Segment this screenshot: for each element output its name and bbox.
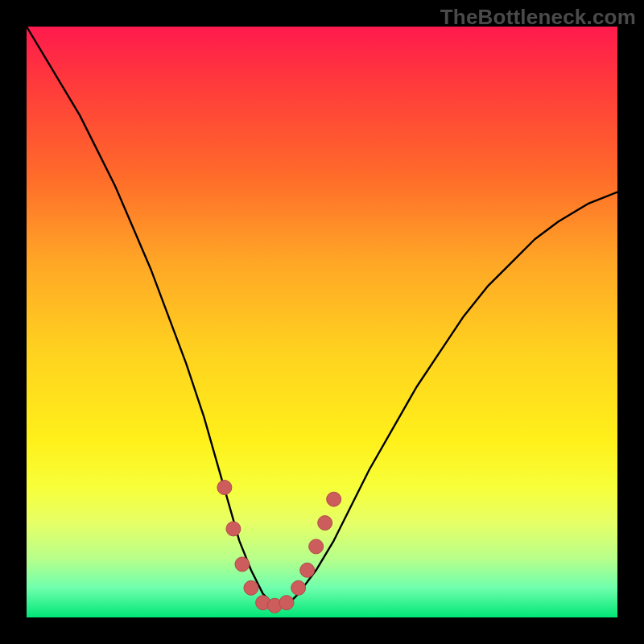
curve-marker [309, 539, 324, 554]
curve-marker [318, 516, 332, 530]
curve-marker [217, 481, 232, 495]
chart-svg [27, 27, 617, 617]
curve-marker [327, 492, 341, 506]
curve-marker [291, 580, 306, 595]
curve-marker [244, 580, 258, 595]
curve-markers [217, 481, 341, 613]
curve-marker [235, 557, 250, 572]
chart-stage: TheBottleneck.com [0, 0, 644, 644]
curve-marker [226, 522, 241, 536]
curve-marker [300, 563, 315, 577]
curve-marker [279, 596, 294, 610]
